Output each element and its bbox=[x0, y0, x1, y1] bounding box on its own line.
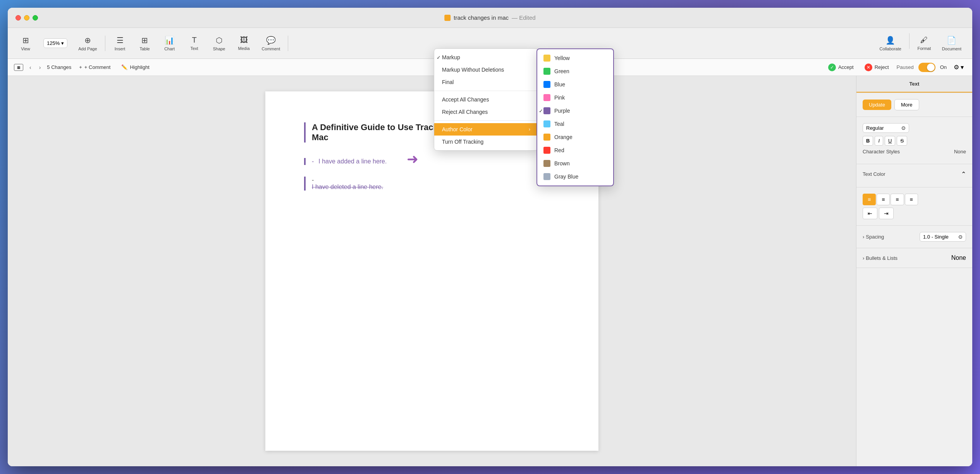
chart-button[interactable]: 📊 Chart bbox=[158, 33, 181, 53]
character-styles-label: Character Styles bbox=[863, 149, 900, 155]
media-label: Media bbox=[238, 46, 250, 51]
accept-label: Accept bbox=[838, 64, 854, 70]
bullets-value: None bbox=[951, 254, 966, 261]
spacing-select[interactable]: 1.0 - Single ⊙ bbox=[920, 232, 966, 242]
align-center-button[interactable]: ≡ bbox=[877, 194, 890, 205]
font-style-select[interactable]: Regular ⊙ bbox=[863, 123, 909, 133]
align-justify-button[interactable]: ≡ bbox=[905, 194, 918, 205]
bullets-text: Bullets & Lists bbox=[866, 255, 897, 261]
spacing-select-arrow: ⊙ bbox=[958, 234, 963, 240]
media-icon: 🖼 bbox=[240, 36, 248, 45]
brown-swatch bbox=[543, 160, 550, 167]
zoom-control[interactable]: 125% ▾ bbox=[39, 36, 72, 50]
next-change-arrow[interactable]: › bbox=[38, 64, 43, 71]
brown-label: Brown bbox=[554, 160, 570, 167]
pencil-icon: ✏️ bbox=[121, 64, 127, 70]
insert-label: Insert bbox=[115, 46, 126, 51]
add-page-button[interactable]: ⊕ Add Page bbox=[74, 33, 101, 53]
reject-label: Reject bbox=[875, 64, 889, 70]
plus-icon: + bbox=[79, 64, 82, 70]
highlight-button[interactable]: ✏️ Highlight bbox=[118, 63, 153, 72]
text-format-row: B I U S bbox=[863, 136, 966, 146]
document-button[interactable]: 📄 Document bbox=[937, 33, 966, 53]
gray-blue-label: Gray Blue bbox=[554, 173, 578, 180]
media-button[interactable]: 🖼 Media bbox=[232, 33, 256, 53]
menu-final-label: Final bbox=[442, 79, 454, 85]
character-styles-row: Character Styles None bbox=[863, 149, 966, 155]
reject-button[interactable]: ✕ Reject bbox=[861, 62, 892, 73]
format-button[interactable]: 🖋 Format bbox=[913, 33, 936, 53]
menu-reject-all-label: Reject All Changes bbox=[442, 109, 488, 115]
purple-label: Purple bbox=[554, 108, 570, 114]
menu-item-markup[interactable]: Markup bbox=[434, 51, 538, 64]
color-item-teal[interactable]: Teal bbox=[537, 117, 613, 131]
reject-icon: ✕ bbox=[865, 64, 872, 71]
document-area[interactable]: A Definitive Guide to Use Track Changes … bbox=[8, 76, 856, 466]
character-styles-value: None bbox=[954, 149, 966, 155]
fullscreen-button[interactable] bbox=[33, 15, 38, 21]
shape-button[interactable]: ⬡ Shape bbox=[208, 33, 231, 53]
titlebar: track changes in mac — Edited bbox=[8, 8, 972, 28]
update-button[interactable]: Update bbox=[863, 100, 891, 110]
align-left-button[interactable]: ≡ bbox=[863, 194, 876, 205]
toolbar-separator-1 bbox=[105, 36, 105, 51]
color-item-yellow[interactable]: Yellow bbox=[537, 52, 613, 65]
color-item-orange[interactable]: Orange bbox=[537, 131, 613, 144]
panel-font-section: Regular ⊙ B I U S Character Styles None bbox=[856, 117, 972, 164]
changes-count: 5 Changes bbox=[47, 64, 71, 70]
italic-button[interactable]: I bbox=[875, 136, 883, 146]
tab-text[interactable]: Text bbox=[856, 76, 972, 93]
color-item-purple[interactable]: Purple bbox=[537, 104, 613, 117]
align-right-button[interactable]: ≡ bbox=[891, 194, 904, 205]
comment-button[interactable]: 💬 Comment bbox=[257, 33, 285, 53]
view-icon: ⊞ bbox=[22, 36, 29, 45]
color-item-blue[interactable]: Blue bbox=[537, 78, 613, 91]
menu-item-final[interactable]: Final bbox=[434, 76, 538, 88]
menu-item-author-color[interactable]: Author Color › bbox=[434, 123, 538, 136]
menu-item-turn-off[interactable]: Turn Off Tracking bbox=[434, 136, 538, 148]
prev-change-arrow[interactable]: ‹ bbox=[28, 64, 33, 71]
menu-item-markup-no-del[interactable]: Markup Without Deletions bbox=[434, 64, 538, 76]
tracking-menu-button[interactable]: ⚙ ▾ bbox=[951, 62, 966, 72]
collaborate-button[interactable]: 👤 Collaborate bbox=[875, 33, 906, 53]
shape-icon: ⬡ bbox=[216, 36, 222, 45]
indent-decrease-button[interactable]: ⇤ bbox=[863, 208, 877, 219]
table-icon: ⊞ bbox=[141, 36, 148, 45]
titlebar-title: track changes in mac bbox=[454, 14, 509, 21]
menu-item-accept-all[interactable]: Accept All Changes bbox=[434, 93, 538, 106]
sidebar-toggle[interactable]: ▦ bbox=[14, 64, 23, 71]
bullets-row: › Bullets & Lists None bbox=[863, 254, 966, 261]
teal-label: Teal bbox=[554, 121, 564, 127]
panel-spacing-section: › Spacing 1.0 - Single ⊙ bbox=[856, 226, 972, 248]
yellow-label: Yellow bbox=[554, 55, 570, 61]
color-item-green[interactable]: Green bbox=[537, 65, 613, 78]
color-item-red[interactable]: Red bbox=[537, 144, 613, 157]
bold-button[interactable]: B bbox=[863, 136, 873, 146]
color-item-gray-blue[interactable]: Gray Blue bbox=[537, 170, 613, 183]
font-style-row: Regular ⊙ bbox=[863, 123, 966, 133]
more-button[interactable]: More bbox=[894, 99, 919, 110]
view-button[interactable]: ⊞ View bbox=[14, 33, 37, 53]
zoom-chevron-icon: ▾ bbox=[61, 40, 64, 46]
color-item-pink[interactable]: Pink bbox=[537, 91, 613, 104]
accept-icon: ✓ bbox=[828, 64, 836, 71]
added-dash: - bbox=[312, 158, 314, 165]
text-button[interactable]: T Text bbox=[183, 33, 206, 53]
table-button[interactable]: ⊞ Table bbox=[133, 33, 156, 53]
strikethrough-button[interactable]: S bbox=[897, 136, 907, 146]
color-item-brown[interactable]: Brown bbox=[537, 157, 613, 170]
zoom-display: 125% bbox=[47, 40, 60, 46]
add-comment-button[interactable]: + + Comment bbox=[76, 63, 113, 72]
accept-button[interactable]: ✓ Accept bbox=[825, 62, 857, 73]
zoom-value[interactable]: 125% ▾ bbox=[43, 38, 67, 48]
menu-actions-section: Accept All Changes Reject All Changes bbox=[434, 91, 538, 121]
tracking-toggle[interactable] bbox=[918, 63, 935, 72]
red-swatch bbox=[543, 147, 550, 154]
insert-button[interactable]: ☰ Insert bbox=[108, 33, 132, 53]
underline-button[interactable]: U bbox=[885, 136, 895, 146]
indent-increase-button[interactable]: ⇥ bbox=[879, 208, 894, 219]
minimize-button[interactable] bbox=[24, 15, 29, 21]
tracking-dropdown-menu: Markup Markup Without Deletions Final Ac… bbox=[434, 48, 538, 151]
menu-item-reject-all[interactable]: Reject All Changes bbox=[434, 106, 538, 118]
close-button[interactable] bbox=[15, 15, 21, 21]
